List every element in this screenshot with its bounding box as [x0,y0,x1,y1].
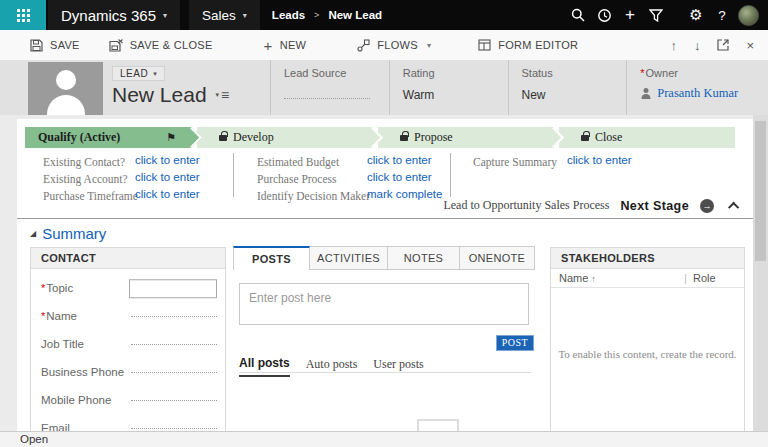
chevron-down-icon: ▾ [427,41,431,50]
empty-value-dashes [131,428,217,429]
stage-qualify[interactable]: Qualify (Active) ⚑ [25,127,192,148]
stage-develop[interactable]: Develop [197,127,373,148]
tab-activities[interactable]: ACTIVITIES [310,246,388,270]
app-name-menu[interactable]: Dynamics 365 ▾ [48,0,180,30]
filter-all-posts[interactable]: All posts [239,356,290,377]
tab-posts[interactable]: POSTS [233,246,310,270]
settings-button[interactable]: ⚙ [683,0,709,30]
quick-create-button[interactable]: + [617,0,643,30]
search-button[interactable] [565,0,591,30]
move-down-icon[interactable]: ↓ [694,38,701,53]
chevron-down-icon: ▾ [243,11,247,20]
summary-section-title: Summary [42,225,106,242]
collapse-process-chevron-icon[interactable] [728,201,739,212]
summary-section-toggle[interactable]: ◢ Summary [30,225,106,242]
new-button[interactable]: + NEW [264,37,307,54]
save-close-icon [109,39,123,52]
move-up-icon[interactable]: ↑ [670,38,677,53]
filter-user-posts[interactable]: User posts [373,357,423,377]
entity-label: LEAD [120,68,148,79]
stakeholders-grid-header: Name↑ | Role [551,269,744,288]
user-avatar[interactable] [738,5,759,26]
record-navigation: ↑ ↓ × [670,38,768,53]
column-divider: | [684,269,687,288]
save-button[interactable]: SAVE [30,39,80,52]
post-composer [239,283,529,325]
name-value[interactable] [131,307,217,325]
advanced-find-button[interactable] [643,0,669,30]
tab-onenote[interactable]: ONENOTE [460,246,535,270]
empty-wall-graphic [417,419,459,431]
help-button[interactable]: ? [709,0,735,30]
header-field-lead-source: Lead Source [270,60,389,115]
form-editor-label: FORM EDITOR [498,39,578,51]
step-value-link[interactable]: click to enter [367,152,432,169]
area-name: Sales [202,8,236,23]
lead-source-value[interactable] [284,91,389,105]
column-name[interactable]: Name↑ [559,269,596,289]
flag-icon: ⚑ [166,127,176,148]
entity-type-selector[interactable]: LEAD ▾ [112,66,165,81]
chevron-down-icon: ▾ [216,91,220,99]
rating-value[interactable]: Warm [403,88,508,102]
job-title-value[interactable] [131,335,217,353]
next-stage-arrow-icon[interactable]: → [700,199,714,213]
vertical-scrollbar[interactable] [753,115,768,431]
chevron-down-icon: ▾ [153,70,157,78]
stage-propose[interactable]: Propose [378,127,554,148]
post-filters: All posts Auto posts User posts [239,356,424,377]
post-input[interactable] [240,284,528,324]
area-switcher-menu[interactable]: Sales ▾ [189,0,260,30]
step-label: Purchase Timeframe [43,188,138,205]
field-label: Mobile Phone [41,394,111,406]
filter-auto-posts[interactable]: Auto posts [306,357,358,377]
topic-input[interactable] [129,279,217,298]
form-editor-button[interactable]: FORM EDITOR [478,39,578,51]
empty-value-dashes [131,316,217,317]
filter-funnel-icon [649,9,663,22]
owner-value[interactable]: Prasanth Kumar [640,86,745,101]
empty-value-dashes [284,98,370,99]
stage-label: Close [595,130,622,145]
breadcrumb: Leads > New Lead [272,0,382,30]
breadcrumb-leads[interactable]: Leads [272,9,305,21]
stage-label: Develop [233,130,274,145]
app-launcher-button[interactable] [0,0,46,30]
field-label: Job Title [41,338,84,350]
field-label: Lead Source [284,67,389,79]
stage-close[interactable]: Close [559,127,735,148]
flows-button[interactable]: FLOWS ▾ [357,39,431,52]
business-phone-value[interactable] [131,363,217,381]
contact-section-header: CONTACT [31,248,225,269]
mobile-phone-value[interactable] [131,391,217,409]
status-value[interactable]: New [522,88,627,102]
popout-icon[interactable] [717,39,729,51]
step-value-link[interactable]: click to enter [135,169,200,186]
form-selector-button[interactable]: ▾ ≡ [216,90,230,100]
column-role[interactable]: Role [693,269,716,288]
breadcrumb-new-lead[interactable]: New Lead [328,9,382,21]
field-label: Rating [403,67,508,79]
step-value-link[interactable]: click to enter [135,186,200,203]
tab-notes[interactable]: NOTES [388,246,460,270]
status-bar: Open [0,431,768,447]
empty-value-dashes [131,344,217,345]
dynamics-365-lead-form: Dynamics 365 ▾ Sales ▾ Leads > New Lead … [0,0,768,447]
save-icon [30,39,43,52]
step-value-link[interactable]: mark complete [367,186,442,203]
step-value-link[interactable]: click to enter [135,152,200,169]
close-icon[interactable]: × [746,38,754,53]
next-stage-button[interactable]: Next Stage [620,199,689,213]
step-value-link[interactable]: click to enter [567,152,632,169]
recently-viewed-button[interactable] [591,0,617,30]
step-value-link[interactable]: click to enter [367,169,432,186]
stakeholders-section: STAKEHOLDERS Name↑ | Role To enable this… [550,247,745,431]
stage-label: Propose [414,130,453,145]
owner-link[interactable]: Prasanth Kumar [657,86,738,101]
post-button[interactable]: POST [496,335,534,351]
scrollbar-thumb[interactable] [755,121,766,261]
save-and-close-button[interactable]: SAVE & CLOSE [109,39,213,52]
person-silhouette-icon [56,70,76,90]
social-wall: POSTS ACTIVITIES NOTES ONENOTE POST All … [233,246,535,431]
lead-photo-placeholder[interactable] [28,62,103,115]
